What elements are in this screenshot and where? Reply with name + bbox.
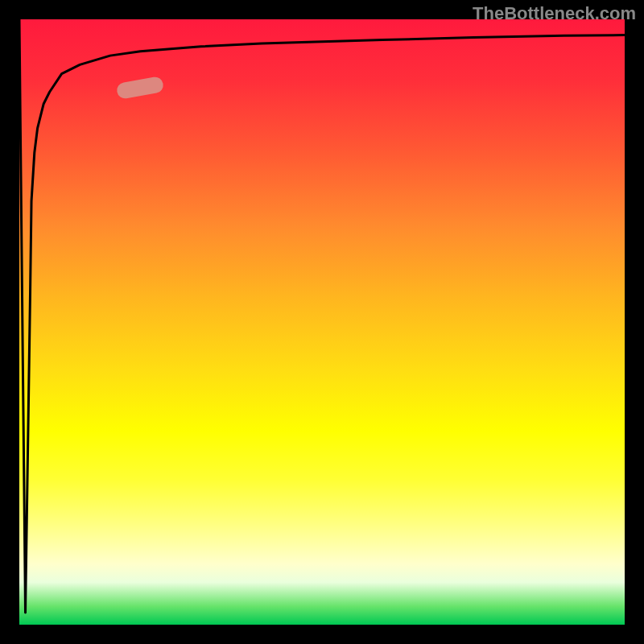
chart-border-left: [0, 0, 19, 644]
chart-border-bottom: [0, 625, 644, 644]
chart-border-right: [625, 0, 644, 644]
chart-curve: [19, 19, 625, 625]
attribution-text: TheBottleneck.com: [473, 3, 636, 24]
bottleneck-chart: TheBottleneck.com: [0, 0, 644, 644]
